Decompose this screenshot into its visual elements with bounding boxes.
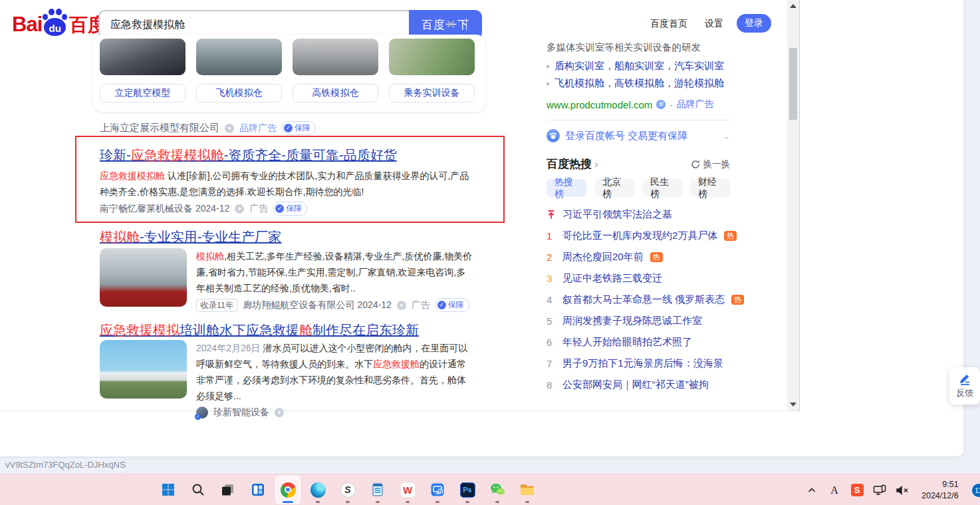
hot-rank: 1 bbox=[547, 230, 556, 242]
sidebar-brand-links: 盾构实训室，船舶实训室，汽车实训室飞机模拟舱，高铁模拟舱，游轮模拟舱 bbox=[547, 60, 730, 90]
text-segment: 2024年2月26日 bbox=[196, 343, 263, 353]
taskbar-start[interactable] bbox=[155, 475, 182, 504]
feedback-button[interactable]: 反馈 bbox=[949, 367, 980, 405]
chevron-down-icon[interactable]: ▾ bbox=[275, 408, 284, 417]
chevron-up-icon[interactable] bbox=[804, 482, 819, 498]
sogou-tray-icon[interactable]: S bbox=[850, 482, 864, 498]
taskbar-wechat[interactable] bbox=[484, 475, 511, 504]
hot-refresh-button[interactable]: 换一换 bbox=[691, 158, 731, 170]
result2-title[interactable]: 模拟舱-专业实用-专业生产厂家 bbox=[100, 228, 281, 246]
brand-thumbnail-4[interactable] bbox=[389, 39, 475, 75]
sidebar-brand-ad-link[interactable]: 品牌广告 bbox=[677, 98, 714, 110]
taskbar-sogou[interactable]: S bbox=[334, 475, 361, 504]
sidebar-link[interactable]: 飞机模拟舱，高铁模拟舱，游轮模拟舱 bbox=[547, 77, 730, 90]
nav-baidu-home[interactable]: 百度首页 bbox=[650, 18, 687, 30]
ad-label: 广告 bbox=[412, 299, 430, 311]
brand-thumb-label[interactable]: 高铁模拟仓 bbox=[293, 84, 378, 102]
taskbar-security[interactable] bbox=[424, 475, 451, 504]
right-sidebar: 多媒体实训室等相关实训设备的研发 盾构实训室，船舶实训室，汽车实训室飞机模拟舱，… bbox=[547, 41, 730, 395]
text-segment: ,相关工艺,多年生产经验,设备精湛,专业生产,质优价廉,物美价廉,省时省力,节能… bbox=[196, 251, 472, 293]
hot-item-3[interactable]: 3见证中老铁路三载变迁 bbox=[547, 267, 730, 289]
taskbar-search[interactable] bbox=[185, 475, 211, 504]
taskbar-widgets[interactable] bbox=[245, 475, 271, 504]
login-button[interactable]: 登录 bbox=[737, 14, 771, 33]
hot-item-text: 叙首都大马士革命悬一线 俄罗斯表态 bbox=[562, 293, 725, 306]
edge-icon bbox=[310, 482, 326, 498]
taskbar-chrome[interactable] bbox=[275, 475, 301, 504]
taskbar-edge[interactable] bbox=[305, 475, 331, 504]
running-indicator bbox=[316, 501, 320, 503]
result3-title[interactable]: 应急救援模拟培训舱水下应急救援舱制作尽在启东珍新 bbox=[100, 321, 419, 339]
taskbar-notepad[interactable] bbox=[364, 475, 391, 504]
scroll-up-icon[interactable] bbox=[790, 4, 796, 8]
notification-badge[interactable]: 11 bbox=[972, 484, 980, 497]
brand-thumb-label[interactable]: 立定航空模型 bbox=[100, 84, 185, 102]
cast-icon[interactable] bbox=[872, 482, 887, 498]
taskbar-wps[interactable]: W bbox=[394, 475, 421, 504]
hot-item-8[interactable]: 8公安部网安局｜网红“祁天道”被拘 bbox=[547, 374, 730, 395]
protection-badge: ✓ 保障 bbox=[282, 121, 316, 135]
hot-tab-3[interactable]: 民生榜 bbox=[642, 179, 682, 197]
taskbar-apps: SWPs bbox=[155, 475, 541, 504]
taskbar-explorer[interactable] bbox=[514, 475, 541, 504]
hot-tab-2[interactable]: 北京榜 bbox=[594, 179, 634, 197]
brand-thumbnail-1[interactable] bbox=[100, 39, 185, 75]
highlighted-text: 应急救援舱 bbox=[373, 359, 420, 369]
hot-tab-1[interactable]: 热搜榜 bbox=[547, 179, 586, 197]
taskbar: SWPs AS 9:51 2024/12/6 11 bbox=[0, 474, 980, 505]
hot-item-pinned[interactable]: 习近平引领筑牢法治之基 bbox=[547, 204, 730, 225]
brand-thumbnail-2[interactable] bbox=[196, 39, 282, 75]
sidebar-link-text: 盾构实训室，船舶实训室，汽车实训室 bbox=[554, 60, 724, 73]
chevron-down-icon[interactable]: ▾ bbox=[225, 124, 234, 133]
login-tip-row[interactable]: 登录百度帐号 交易更有保障 ⌄ bbox=[547, 129, 730, 142]
clear-icon[interactable]: ✕ bbox=[444, 18, 457, 31]
brand-ad-link[interactable]: 品牌广告 bbox=[239, 122, 277, 134]
volume-muted-icon[interactable] bbox=[895, 482, 910, 498]
hot-item-5[interactable]: 5周润发携妻子现身陈思诚工作室 bbox=[547, 310, 730, 331]
brand-thumb-label[interactable]: 飞机模拟仓 bbox=[196, 84, 282, 102]
highlighted-text: 应急救援模拟舱 bbox=[131, 148, 224, 162]
hot-item-text: 公安部网安局｜网红“祁天道”被拘 bbox=[562, 379, 709, 391]
brand-thumbnail-3[interactable] bbox=[293, 39, 378, 75]
hot-item-1[interactable]: 1哥伦比亚一机库内发现约2万具尸体热 bbox=[547, 225, 730, 246]
logo-text-bai: Bai bbox=[12, 13, 42, 36]
pencil-icon bbox=[958, 373, 971, 385]
chevron-down-icon[interactable]: ▾ bbox=[397, 301, 406, 310]
ime-a-icon[interactable]: A bbox=[827, 482, 842, 498]
chevron-down-icon[interactable]: ⌄ bbox=[723, 131, 730, 141]
scrollbar-thumb[interactable] bbox=[789, 48, 797, 120]
chevron-down-icon[interactable]: ▾ bbox=[235, 204, 244, 214]
brand-source-row: 上海立定展示模型有限公司 ▾ 品牌广告 ✓ 保障 bbox=[100, 121, 316, 135]
sidebar-url[interactable]: www.prodcutmodel.com bbox=[547, 99, 652, 110]
hot-badge: 热 bbox=[650, 252, 663, 262]
hot-tab-4[interactable]: 财经榜 bbox=[690, 179, 730, 197]
hot-badge: 热 bbox=[731, 295, 744, 305]
baidu-logo[interactable]: Bai du 百度 bbox=[12, 8, 106, 36]
running-indicator bbox=[495, 501, 499, 503]
hot-item-text: 哥伦比亚一机库内发现约2万具尸体 bbox=[562, 230, 717, 242]
highlighted-text: 模拟舱 bbox=[100, 230, 140, 244]
taskbar-task-view[interactable] bbox=[215, 475, 241, 504]
result2-thumbnail[interactable] bbox=[100, 248, 187, 307]
verified-icon: ✓ bbox=[195, 414, 201, 420]
brand-thumb-label[interactable]: 乘务实训设备 bbox=[389, 84, 475, 102]
divider bbox=[547, 120, 730, 120]
taskbar-clock[interactable]: 9:51 2024/12/6 bbox=[921, 479, 959, 501]
scroll-down-icon[interactable] bbox=[790, 403, 796, 407]
taskbar-photoshop[interactable]: Ps bbox=[454, 475, 481, 504]
result3-thumbnail[interactable] bbox=[100, 340, 187, 399]
nav-settings[interactable]: 设置 bbox=[705, 18, 723, 30]
running-indicator bbox=[406, 501, 410, 503]
hot-item-7[interactable]: 7男子9万拍下1元海景房后悔：没海景 bbox=[547, 353, 730, 374]
scrollbar[interactable] bbox=[787, 0, 799, 411]
hot-item-2[interactable]: 2周杰伦瘦回20年前热 bbox=[547, 246, 730, 267]
hot-search-title[interactable]: 百度热搜 bbox=[547, 156, 592, 172]
hot-item-6[interactable]: 6年轻人开始给眼睛拍艺术照了 bbox=[547, 331, 730, 353]
result1-title[interactable]: 珍新-应急救援模拟舱-资质齐全-质量可靠-品质好货 bbox=[100, 146, 397, 164]
sidebar-link[interactable]: 盾构实训室，船舶实训室，汽车实训室 bbox=[547, 60, 730, 73]
protection-badge: ✓ 保障 bbox=[273, 202, 307, 216]
brand-company: 上海立定展示模型有限公司 bbox=[100, 122, 219, 134]
hot-item-4[interactable]: 4叙首都大马士革命悬一线 俄罗斯表态热 bbox=[547, 289, 730, 310]
result2-source: 廊坊翔鲲航空设备有限公司 2024-12 bbox=[243, 299, 391, 311]
running-indicator bbox=[283, 501, 293, 503]
